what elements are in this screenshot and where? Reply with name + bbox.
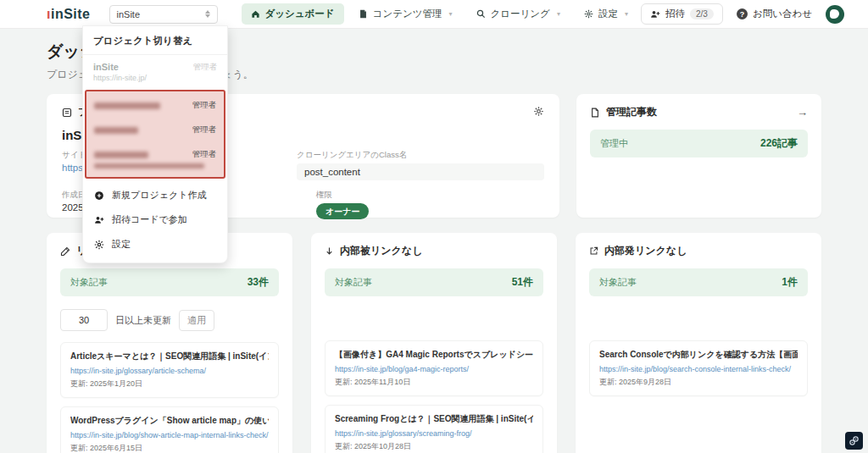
- join-with-code-item[interactable]: 招待コードで参加: [83, 207, 227, 232]
- redacted-name: [94, 127, 138, 134]
- question-icon: ?: [737, 8, 748, 19]
- document-icon: [359, 9, 368, 19]
- article-url-link[interactable]: https://in-site.jp/glossary/screaming-fr…: [335, 429, 472, 438]
- no-backlinks-count-bar: 対象記事 51件: [325, 268, 543, 296]
- home-icon: [251, 9, 260, 19]
- nav-content-label: コンテンツ管理: [373, 8, 442, 20]
- article-updated: 更新: 2025年11月10日: [335, 377, 533, 388]
- no-outlinks-title: 内部発リンクなし: [604, 244, 687, 258]
- no-backlinks-title: 内部被リンクなし: [340, 244, 422, 258]
- nav-content[interactable]: コンテンツ管理 ▾: [349, 3, 462, 25]
- create-project-item[interactable]: 新規プロジェクト作成: [83, 183, 227, 207]
- article-item[interactable]: Screaming Frogとは？｜SEO関連用語集 | inSite(インサイ…: [325, 405, 543, 453]
- article-url-link[interactable]: https://in-site.jp/blog/search-console-i…: [599, 365, 791, 373]
- redacted-role: 管理者: [192, 100, 217, 111]
- article-title: WordPressプラグイン「Show article map」の使い方を解説: [70, 415, 269, 427]
- dropdown-settings-label: 設定: [112, 238, 131, 251]
- bottom-row: リライト対象記事 対象記事 33件 日以上未更新 適用 Articleスキーマと…: [47, 233, 821, 453]
- document-icon: [590, 108, 600, 118]
- target-count: 1件: [782, 275, 798, 290]
- invite-button[interactable]: 招待 2/3: [641, 3, 723, 25]
- rewrite-filter-row: 日以上未更新 適用: [60, 309, 279, 331]
- days-input[interactable]: [60, 309, 108, 331]
- article-title: Screaming Frogとは？｜SEO関連用語集 | inSite(インサイ…: [335, 413, 533, 425]
- article-item[interactable]: Search Consoleで内部リンクを確認する方法【画面キャプチャで詳… h…: [589, 340, 808, 396]
- article-url-link[interactable]: https://in-site.jp/blog/show-article-map…: [70, 431, 269, 439]
- article-item[interactable]: 【画像付き】GA4 Magic ReportsでスプレッドシートとGA4を自動……: [325, 340, 543, 396]
- current-project-role: 管理者: [193, 62, 218, 82]
- nav-dashboard[interactable]: ダッシュボード: [242, 3, 344, 25]
- article-item[interactable]: WordPressプラグイン「Show article map」の使い方を解説 …: [60, 406, 279, 453]
- avatar[interactable]: [826, 5, 844, 24]
- target-label: 対象記事: [599, 276, 637, 289]
- redacted-name: [94, 102, 160, 109]
- create-project-label: 新規プロジェクト作成: [112, 189, 207, 202]
- managed-label: 管理中: [600, 137, 628, 150]
- managed-count-bar: 管理中 226記事: [590, 130, 808, 157]
- dropdown-title: プロジェクト切り替え: [83, 26, 227, 55]
- target-count: 33件: [248, 275, 269, 290]
- invite-label: 招待: [665, 8, 685, 20]
- arrow-right-icon[interactable]: →: [797, 106, 808, 119]
- current-project-name: inSite: [93, 62, 147, 72]
- contact-button[interactable]: ? お問い合わせ: [737, 8, 812, 20]
- redacted-project-item[interactable]: 管理者: [86, 93, 224, 118]
- chevron-down-icon: ▾: [449, 10, 453, 18]
- browser-extension-icon[interactable]: [845, 432, 863, 450]
- article-item[interactable]: Articleスキーマとは？｜SEO関連用語集 | inSite(インサイト) …: [60, 342, 279, 398]
- owner-badge: オーナー: [316, 203, 369, 219]
- arrow-down-icon: [325, 246, 334, 256]
- plus-circle-icon: [94, 191, 104, 201]
- clipboard-icon: [62, 108, 72, 118]
- days-label: 日以上未更新: [115, 314, 171, 327]
- article-title: Articleスキーマとは？｜SEO関連用語集 | inSite(インサイト): [70, 351, 269, 362]
- gear-icon: [94, 240, 104, 250]
- chevron-down-icon: ▾: [625, 10, 628, 18]
- no-outlinks-article-list: Search Consoleで内部リンクを確認する方法【画面キャプチャで詳… h…: [589, 340, 808, 396]
- article-url-link[interactable]: https://in-site.jp/glossary/article-sche…: [70, 367, 206, 375]
- target-label: 対象記事: [335, 276, 372, 289]
- person-plus-icon: [94, 215, 104, 225]
- redacted-role: 管理者: [192, 124, 217, 135]
- dropdown-current-project[interactable]: inSite https://in-site.jp/ 管理者: [83, 55, 227, 90]
- main-nav: ダッシュボード コンテンツ管理 ▾ クローリング ▾ 設定 ▾: [242, 3, 637, 25]
- article-url-link[interactable]: https://in-site.jp/blog/ga4-magic-report…: [335, 365, 469, 373]
- article-count-card: 管理記事数 → 管理中 226記事: [576, 94, 821, 218]
- article-count-title: 管理記事数: [606, 105, 657, 119]
- no-backlinks-article-list: 【画像付き】GA4 Magic ReportsでスプレッドシートとGA4を自動……: [325, 340, 543, 453]
- redacted-role: 管理者: [192, 149, 217, 160]
- nav-dashboard-label: ダッシュボード: [265, 8, 335, 20]
- dropdown-settings-item[interactable]: 設定: [83, 232, 227, 257]
- apply-button[interactable]: 適用: [179, 310, 214, 331]
- join-with-code-label: 招待コードで参加: [112, 213, 187, 226]
- edit-icon: [60, 246, 70, 257]
- nav-settings-label: 設定: [598, 8, 618, 20]
- project-settings-gear-icon[interactable]: [533, 106, 544, 119]
- app-logo[interactable]: ıinSite: [47, 7, 91, 22]
- redacted-projects-group: 管理者 管理者 管理者: [85, 90, 225, 179]
- redacted-name: [94, 152, 148, 158]
- managed-value: 226記事: [760, 136, 798, 151]
- nav-crawling[interactable]: クローリング ▾: [467, 3, 570, 25]
- search-icon: [476, 9, 486, 19]
- article-updated: 更新: 2025年10月28日: [335, 441, 533, 452]
- redacted-url: [94, 163, 204, 168]
- target-label: 対象記事: [70, 276, 108, 289]
- nav-settings[interactable]: 設定 ▾: [575, 3, 637, 25]
- project-switch-dropdown: プロジェクト切り替え inSite https://in-site.jp/ 管理…: [82, 25, 228, 263]
- article-updated: 更新: 2025年6月15日: [70, 443, 269, 453]
- dropdown-actions: 新規プロジェクト作成 招待コードで参加 設定: [83, 179, 227, 262]
- rewrite-card: リライト対象記事 対象記事 33件 日以上未更新 適用 Articleスキーマと…: [47, 233, 292, 453]
- project-select-value: inSite: [117, 9, 141, 19]
- project-select[interactable]: inSite: [109, 5, 218, 24]
- article-updated: 更新: 2025年9月28日: [599, 377, 798, 388]
- gear-icon: [584, 9, 593, 19]
- class-name-value: post_content: [297, 163, 544, 180]
- app-header: ıinSite inSite ダッシュボード コンテンツ管理 ▾ クローリング …: [0, 0, 868, 29]
- external-link-icon: [589, 246, 598, 256]
- article-updated: 更新: 2025年1月20日: [70, 378, 269, 389]
- no-outlinks-count-bar: 対象記事 1件: [589, 268, 808, 296]
- person-plus-icon: [650, 9, 660, 19]
- redacted-project-item[interactable]: 管理者: [86, 118, 224, 142]
- role-label: 権限: [316, 190, 544, 201]
